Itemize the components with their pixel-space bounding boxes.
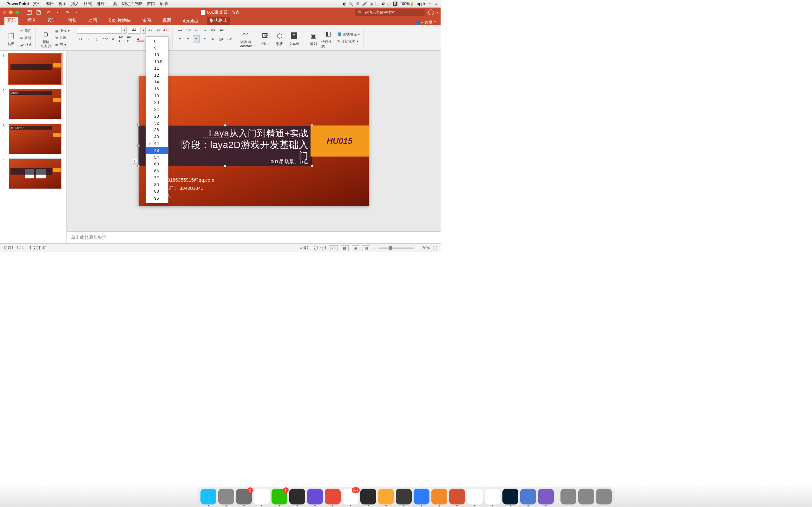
menu-view[interactable]: 视图: [58, 1, 67, 7]
font-size-option-88[interactable]: 88: [146, 188, 168, 195]
tab-insert[interactable]: 插入: [25, 16, 39, 25]
tab-view[interactable]: 视图: [160, 16, 174, 25]
thumbnail-3[interactable]: 3技术文档与工具: [3, 124, 64, 154]
menu-arrange[interactable]: 排列: [96, 1, 105, 7]
menu-format[interactable]: 格式: [84, 1, 92, 7]
shape-outline-button[interactable]: ✎形状轮廓 ▾: [336, 38, 361, 44]
app-name[interactable]: PowerPoint: [6, 1, 29, 6]
font-size-option-40[interactable]: 40: [146, 133, 168, 140]
comments-toggle[interactable]: 💬 批注: [314, 245, 327, 250]
share-button[interactable]: 👤+ 共享 ˄: [415, 20, 436, 25]
menu-slideshow[interactable]: 幻灯片放映: [122, 1, 142, 7]
reading-view-button[interactable]: ▣: [352, 245, 359, 251]
decrease-font-button[interactable]: A▾: [155, 26, 162, 34]
reset-button[interactable]: ↻重置: [54, 35, 71, 41]
battery-indicator[interactable]: 100% 🔋: [400, 2, 415, 6]
shape-button[interactable]: ⬡形状: [273, 30, 286, 46]
align-center-button[interactable]: ≡: [185, 36, 192, 43]
spotlight-icon[interactable]: 🔍: [349, 2, 353, 6]
font-size-option-18[interactable]: 18: [146, 93, 168, 100]
font-size-dropdown-menu[interactable]: 891010.511121416182024283236404448546066…: [146, 37, 168, 203]
font-size-option-36[interactable]: 36: [146, 126, 168, 133]
font-size-option-44[interactable]: 44: [146, 140, 168, 147]
font-size-option-12[interactable]: 12: [146, 72, 168, 79]
align-left-button[interactable]: ≡: [176, 36, 183, 43]
font-size-option-72[interactable]: 72: [146, 174, 168, 181]
tab-home[interactable]: 开始: [4, 16, 18, 25]
bold-button[interactable]: B: [77, 36, 84, 43]
status-icon[interactable]: ◐: [343, 2, 346, 6]
align-text-button[interactable]: ▭▾: [226, 36, 233, 43]
notes-pane[interactable]: 单击此处添加备注: [67, 231, 441, 243]
siri-icon[interactable]: ◎: [369, 2, 373, 6]
section-button[interactable]: ▭节 ▾: [54, 42, 71, 48]
close-button[interactable]: [3, 10, 6, 14]
shape-fill-button[interactable]: 🪣形状填充 ▾: [336, 32, 361, 38]
font-size-option-66[interactable]: 66: [146, 168, 168, 175]
mic-icon[interactable]: 🎤: [362, 2, 367, 6]
fit-window-button[interactable]: ⛶: [433, 246, 437, 250]
menu-help[interactable]: 帮助: [159, 1, 168, 7]
language-indicator[interactable]: 中文(中国): [29, 245, 47, 250]
tab-transition[interactable]: 切换: [65, 16, 79, 25]
smartart-button[interactable]: ⬳ 转换为 SmartArt: [239, 28, 252, 48]
font-size-option-32[interactable]: 32: [146, 120, 168, 127]
menu-icon[interactable]: ≡: [435, 2, 438, 6]
font-size-option-14[interactable]: 14: [146, 78, 168, 86]
font-size-option-11[interactable]: 11: [146, 65, 168, 72]
tab-acrobat[interactable]: Acrobat: [180, 17, 200, 25]
menu-window[interactable]: 窗口: [147, 1, 155, 7]
increase-indent-button[interactable]: ⇥: [201, 26, 208, 34]
underline-button[interactable]: U: [94, 36, 101, 43]
tab-review[interactable]: 审阅: [140, 16, 154, 25]
font-size-option-96[interactable]: 96: [146, 195, 168, 202]
zoom-slider[interactable]: [379, 247, 414, 249]
thumbnail-4[interactable]: 4: [3, 158, 64, 189]
tab-shape-format[interactable]: 形状格式: [207, 16, 230, 25]
autosave-toggle[interactable]: [26, 9, 32, 15]
menu-file[interactable]: 文件: [33, 1, 41, 7]
font-size-option-28[interactable]: 28: [146, 113, 168, 120]
quickstyle-button[interactable]: ◧快速样式: [321, 27, 335, 49]
increase-font-button[interactable]: A▴: [147, 26, 154, 34]
font-size-option-9[interactable]: 9: [146, 45, 168, 52]
arrange-button[interactable]: ▣排列: [307, 30, 320, 46]
distribute-button[interactable]: ⫸: [209, 36, 216, 43]
search-input[interactable]: 🔍 在演示文稿中搜索: [355, 9, 425, 16]
undo-dropdown[interactable]: ▾: [55, 9, 61, 15]
font-size-option-80[interactable]: 80: [146, 181, 168, 188]
zoom-button[interactable]: [15, 10, 19, 14]
qat-customize[interactable]: ▾: [73, 9, 80, 15]
thumbnail-1[interactable]: 1: [3, 54, 64, 84]
align-justify-button[interactable]: ≡: [201, 36, 208, 43]
new-slide-button[interactable]: 🗋 新建 幻灯片: [39, 28, 53, 48]
copy-button[interactable]: ⧉复制: [19, 35, 33, 41]
font-size-option-48[interactable]: 48: [146, 147, 168, 154]
menu-insert[interactable]: 插入: [71, 1, 79, 7]
textbox-button[interactable]: 🅰文本框: [287, 30, 301, 46]
tab-animation[interactable]: 动画: [86, 16, 100, 25]
font-size-dropdown[interactable]: ▾: [142, 26, 146, 34]
layout-button[interactable]: ▦版式 ▾: [54, 28, 71, 34]
italic-button[interactable]: I: [85, 36, 92, 43]
change-case-button[interactable]: Aa ▾: [126, 36, 134, 43]
slide-thumbnails[interactable]: 1 2课程简介 3技术文档与工具 4: [0, 51, 67, 243]
font-size-option-10[interactable]: 10: [146, 51, 168, 58]
notes-toggle[interactable]: ≡ 备注: [299, 245, 310, 250]
zoom-in-button[interactable]: +: [417, 246, 419, 250]
font-size-option-10.5[interactable]: 10.5: [146, 58, 168, 65]
sogou-icon[interactable]: S: [393, 2, 397, 6]
control-center-icon[interactable]: ⋯: [429, 2, 433, 6]
strike-button[interactable]: abc: [102, 36, 109, 43]
cut-button[interactable]: ✂剪切: [19, 28, 33, 34]
decrease-indent-button[interactable]: ⇤: [193, 26, 200, 34]
font-size-option-24[interactable]: 24: [146, 106, 168, 113]
minimize-button[interactable]: [9, 10, 13, 14]
font-size-input[interactable]: 44: [128, 26, 141, 34]
user-name[interactable]: apple: [417, 2, 426, 6]
zoom-level[interactable]: 70%: [422, 246, 430, 250]
feedback-dropdown[interactable]: ▾: [437, 11, 438, 14]
font-size-option-16[interactable]: 16: [146, 86, 168, 93]
font-family-input[interactable]: [77, 26, 121, 34]
feedback-icon[interactable]: [428, 9, 434, 15]
